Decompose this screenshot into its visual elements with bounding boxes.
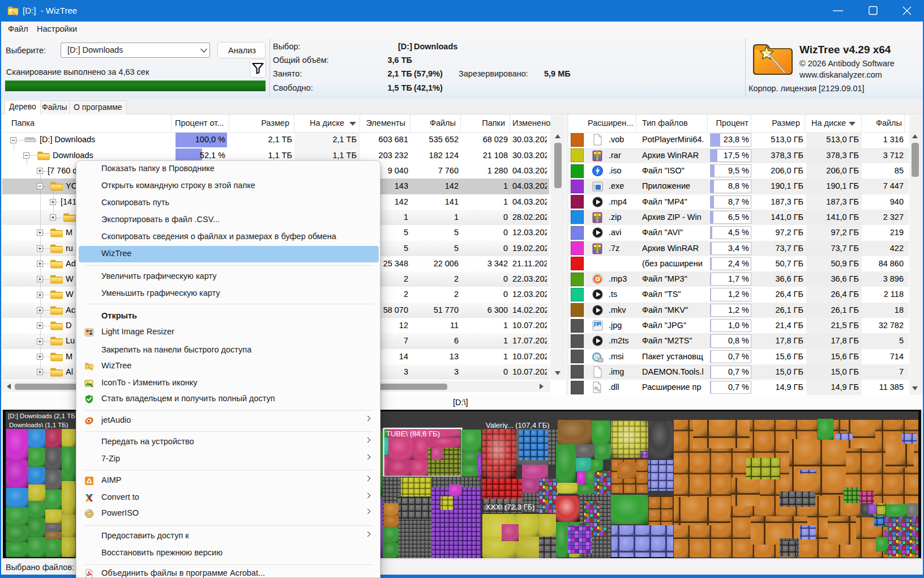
svg-text:Valeriy... (107,4 ГБ): Valeriy... (107,4 ГБ) — [486, 421, 550, 430]
svg-text:XXX\ (72,3 ГБ): XXX\ (72,3 ГБ) — [486, 503, 534, 511]
svg-text:TUBE\ (84,6 ГБ): TUBE\ (84,6 ГБ) — [386, 430, 440, 438]
svg-text:Downloads\ (1,1 ТБ): Downloads\ (1,1 ТБ) — [9, 422, 69, 428]
svg-text:[D:] Downloads (2,1 ТБ: [D:] Downloads (2,1 ТБ — [8, 413, 75, 419]
